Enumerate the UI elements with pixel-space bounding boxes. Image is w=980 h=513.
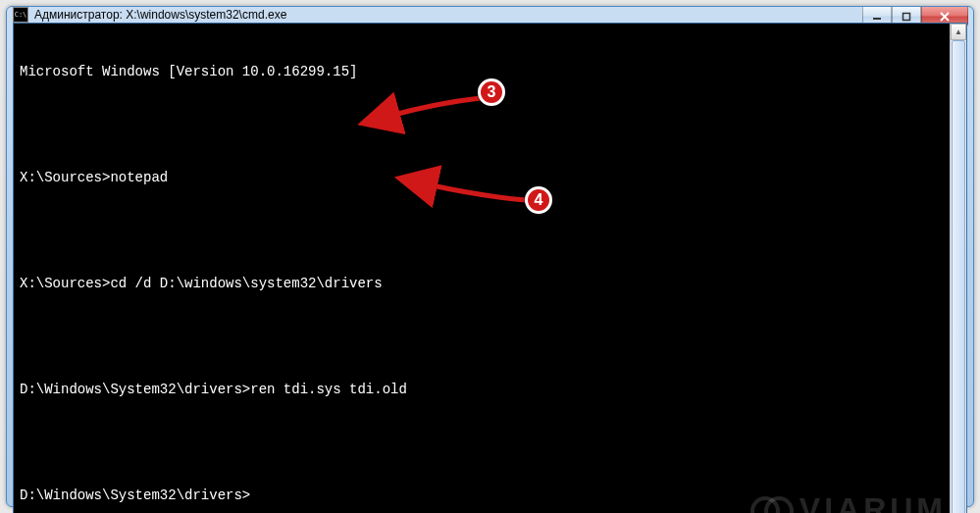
watermark-text: VIARUM (799, 491, 947, 513)
terminal-line: X:\Sources>notepad (20, 169, 944, 186)
vertical-scrollbar[interactable]: ▲ ▼ (950, 24, 966, 513)
terminal-line (20, 116, 944, 133)
terminal-line (20, 434, 944, 451)
cmd-icon: C:\ (13, 7, 28, 23)
svg-rect-1 (903, 13, 910, 20)
terminal-line (20, 222, 944, 239)
titlebar[interactable]: C:\ Администратор: X:\windows\system32\c… (7, 7, 973, 23)
annotation-badge-3: 3 (478, 78, 505, 106)
terminal-line (20, 328, 944, 345)
terminal-line: Microsoft Windows [Version 10.0.16299.15… (20, 63, 944, 80)
watermark-logo-icon (750, 495, 794, 514)
window-title: Администратор: X:\windows\system32\cmd.e… (34, 8, 967, 22)
terminal-line: X:\Sources>cd /d D:\windows\system32\dri… (20, 275, 944, 292)
annotation-badge-4: 4 (525, 186, 552, 214)
scroll-thumb[interactable] (952, 40, 965, 513)
watermark: VIARUM (750, 491, 947, 513)
terminal-line: D:\Windows\System32\drivers>ren tdi.sys … (20, 381, 944, 398)
scroll-up-button[interactable]: ▲ (951, 24, 966, 40)
scroll-track[interactable] (951, 40, 966, 513)
